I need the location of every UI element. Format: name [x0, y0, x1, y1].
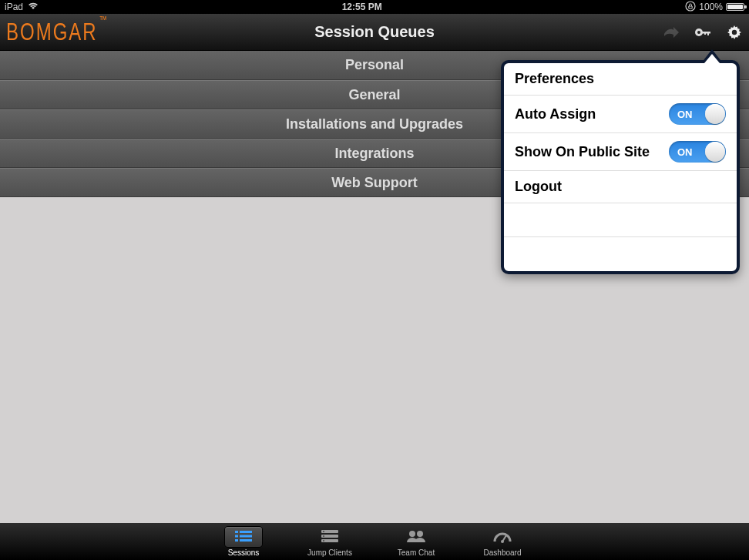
svg-point-6 — [732, 29, 737, 34]
queue-item-label: Integrations — [334, 146, 414, 162]
orientation-lock-icon — [685, 1, 696, 14]
wifi-icon — [28, 2, 39, 12]
svg-rect-4 — [707, 32, 709, 35]
svg-rect-10 — [240, 535, 252, 537]
popover-spacer — [504, 203, 737, 237]
page-title: Session Queues — [0, 23, 749, 41]
svg-point-18 — [323, 540, 324, 542]
popover-spacer — [504, 237, 737, 271]
show-public-toggle[interactable]: ON — [669, 141, 726, 163]
svg-point-16 — [323, 531, 324, 532]
battery-icon — [726, 3, 744, 11]
show-public-row: Show On Public Site ON — [504, 133, 737, 171]
tab-bar: Sessions Jump Clients Team Chat Dashboar… — [0, 523, 749, 560]
queue-item-label: Installations and Upgrades — [286, 116, 463, 132]
device-label: iPad — [5, 2, 23, 12]
people-icon — [405, 529, 427, 545]
svg-rect-12 — [240, 539, 252, 542]
status-bar: iPad 12:55 PM 100% — [0, 0, 749, 14]
battery-pct: 100% — [699, 2, 723, 12]
svg-rect-9 — [235, 535, 238, 537]
tab-label: Team Chat — [398, 548, 435, 557]
servers-icon — [320, 529, 340, 545]
gear-icon[interactable] — [726, 24, 743, 41]
auto-assign-label: Auto Assign — [515, 106, 596, 122]
tab-team-chat[interactable]: Team Chat — [388, 523, 444, 560]
session-key-icon[interactable] — [694, 25, 712, 39]
svg-rect-7 — [235, 531, 238, 533]
status-time: 12:55 PM — [39, 2, 685, 12]
logout-label: Logout — [515, 179, 562, 195]
svg-point-20 — [417, 531, 423, 537]
gauge-icon — [493, 529, 512, 545]
preferences-popover: Preferences Auto Assign ON Show On Publi… — [501, 60, 740, 274]
sessions-list-icon — [234, 529, 253, 545]
show-public-label: Show On Public Site — [515, 144, 650, 160]
queue-item-label: Personal — [345, 57, 404, 73]
svg-rect-8 — [240, 531, 252, 533]
svg-rect-11 — [235, 539, 238, 542]
nav-bar: BOMGAR™ Session Queues — [0, 14, 749, 51]
logout-button[interactable]: Logout — [504, 171, 737, 203]
tab-sessions[interactable]: Sessions — [216, 523, 271, 560]
svg-rect-5 — [704, 32, 706, 35]
brand-logo: BOMGAR™ — [6, 18, 109, 45]
svg-point-22 — [501, 540, 504, 543]
tab-label: Jump Clients — [307, 548, 352, 557]
tab-label: Dashboard — [484, 548, 522, 557]
auto-assign-toggle[interactable]: ON — [669, 103, 726, 125]
queue-item-label: General — [348, 87, 400, 103]
svg-point-19 — [409, 531, 415, 537]
queue-item-label: Web Support — [331, 175, 418, 191]
svg-point-2 — [697, 31, 700, 34]
popover-title: Preferences — [504, 63, 737, 96]
tab-label: Sessions — [228, 548, 260, 557]
svg-point-17 — [323, 535, 324, 537]
auto-assign-row: Auto Assign ON — [504, 96, 737, 133]
tab-dashboard[interactable]: Dashboard — [475, 523, 530, 560]
tab-jump-clients[interactable]: Jump Clients — [302, 523, 358, 560]
forward-arrow-icon[interactable] — [663, 25, 680, 39]
svg-rect-3 — [702, 32, 710, 34]
popover-arrow-icon — [701, 49, 723, 63]
